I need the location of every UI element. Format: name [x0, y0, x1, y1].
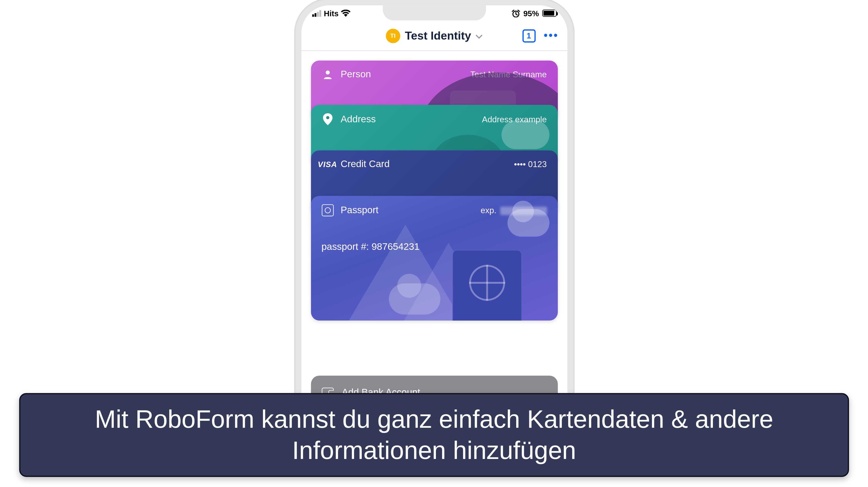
- phone-screen: Hits 95% TI Test Identity: [301, 5, 567, 412]
- passport-illustration-icon: [452, 250, 521, 321]
- alarm-icon: [512, 9, 520, 17]
- person-card-value: Test Name Surname: [470, 69, 547, 79]
- caption-text: Mit RoboForm kannst du ganz einfach Kart…: [42, 403, 827, 466]
- identity-content: Person Test Name Surname Address Address…: [301, 51, 567, 409]
- battery-percent: 95%: [523, 8, 539, 18]
- passport-exp-redacted: [500, 207, 547, 215]
- svg-point-5: [326, 70, 330, 74]
- pin-icon: [321, 113, 334, 125]
- signal-icon: [312, 10, 321, 17]
- address-card-value: Address example: [482, 114, 547, 124]
- credit-card-title: Credit Card: [341, 159, 390, 170]
- phone-frame: Hits 95% TI Test Identity: [294, 0, 574, 412]
- identity-name: Test Identity: [405, 29, 471, 42]
- credit-card-value: •••• 0123: [514, 159, 547, 169]
- passport-exp-label: exp.: [480, 206, 496, 215]
- person-card-title: Person: [341, 69, 371, 80]
- battery-icon: [542, 9, 556, 17]
- card-stack: Person Test Name Surname Address Address…: [311, 61, 558, 321]
- tab-count-button[interactable]: 1: [522, 29, 535, 42]
- more-options-button[interactable]: •••: [544, 29, 559, 42]
- svg-rect-2: [317, 12, 318, 17]
- svg-rect-0: [312, 14, 314, 17]
- carrier-label: Hits: [324, 8, 338, 18]
- passport-card[interactable]: Passport exp. passport #: 987654231: [311, 196, 558, 321]
- app-header: TI Test Identity 1 •••: [301, 21, 567, 51]
- svg-rect-1: [314, 13, 316, 17]
- passport-icon: [321, 204, 334, 216]
- address-card-title: Address: [341, 114, 376, 125]
- wifi-icon: [341, 9, 350, 17]
- visa-logo-icon: VISA: [321, 160, 334, 169]
- phone-notch: [382, 5, 486, 20]
- person-icon: [321, 69, 334, 80]
- svg-rect-3: [319, 10, 321, 17]
- chevron-down-icon: [476, 30, 483, 41]
- passport-card-title: Passport: [341, 205, 378, 216]
- caption-banner: Mit RoboForm kannst du ganz einfach Kart…: [19, 393, 849, 477]
- svg-point-6: [326, 116, 329, 119]
- passport-exp: exp.: [478, 206, 547, 215]
- avatar: TI: [386, 29, 400, 43]
